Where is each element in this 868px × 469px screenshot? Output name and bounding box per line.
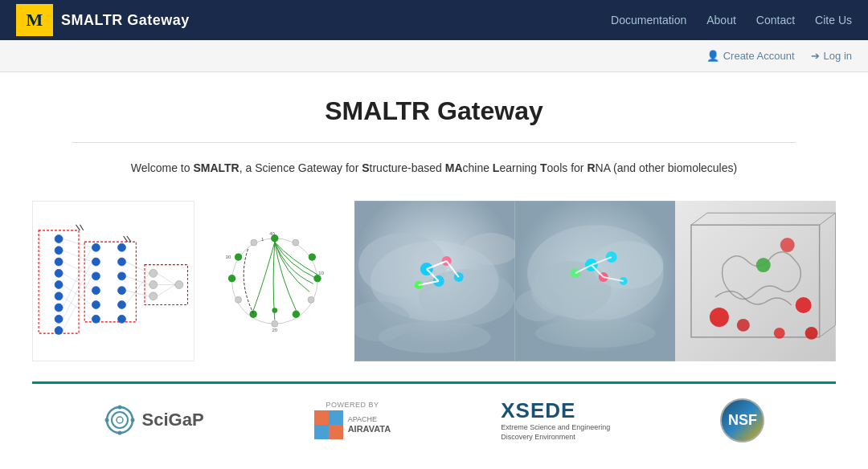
svg-point-60 <box>250 239 256 246</box>
svg-point-122 <box>117 406 121 410</box>
svg-point-13 <box>92 258 100 266</box>
svg-point-15 <box>92 287 100 295</box>
svg-text:40: 40 <box>269 231 275 236</box>
svg-line-36 <box>125 262 149 273</box>
svg-text:10: 10 <box>318 271 324 275</box>
svg-point-93 <box>592 241 664 289</box>
svg-point-112 <box>710 308 729 327</box>
create-account-label: Create Account <box>723 50 795 62</box>
svg-point-66 <box>228 275 235 282</box>
person-icon: 👤 <box>706 50 719 62</box>
svg-line-29 <box>63 296 92 320</box>
main-nav: Documentation About Contact Cite Us <box>611 14 852 27</box>
secondary-navigation: 👤 Create Account ➔ Log in <box>0 40 868 72</box>
svg-point-23 <box>118 316 126 324</box>
svg-point-12 <box>92 244 100 252</box>
airavata-icon <box>314 410 343 439</box>
svg-point-55 <box>271 321 277 328</box>
nav-cite-us[interactable]: Cite Us <box>815 14 852 27</box>
title-divider <box>72 142 796 143</box>
svg-line-24 <box>63 239 92 248</box>
svg-line-30 <box>63 248 92 308</box>
log-in-link[interactable]: ➔ Log in <box>811 50 852 62</box>
svg-point-89 <box>379 321 491 353</box>
svg-point-121 <box>117 417 123 423</box>
svg-point-119 <box>107 407 133 433</box>
svg-point-118 <box>756 258 771 272</box>
svg-line-32 <box>63 276 92 331</box>
svg-point-10 <box>55 316 63 324</box>
svg-point-116 <box>774 328 785 339</box>
signin-icon: ➔ <box>811 50 820 62</box>
svg-point-11 <box>55 327 63 335</box>
logo-area: M SMALTR Gateway <box>16 4 190 36</box>
molecule-image-2 <box>515 201 676 361</box>
nsf-logo: NSF <box>720 398 764 442</box>
svg-point-34 <box>149 281 158 289</box>
svg-point-19 <box>118 258 126 266</box>
svg-point-50 <box>292 239 298 246</box>
svg-point-103 <box>535 319 656 348</box>
svg-line-31 <box>63 262 92 319</box>
svg-point-17 <box>92 316 100 324</box>
svg-point-6 <box>55 270 63 278</box>
svg-point-16 <box>92 301 100 309</box>
svg-point-5 <box>55 258 63 266</box>
scigap-label: SciGaP <box>142 410 204 430</box>
svg-line-26 <box>63 262 92 276</box>
svg-point-113 <box>796 297 812 313</box>
svg-point-14 <box>92 272 100 280</box>
svg-rect-129 <box>314 425 329 439</box>
svg-point-124 <box>104 418 108 422</box>
svg-rect-127 <box>329 425 343 439</box>
svg-text:30: 30 <box>225 255 231 259</box>
svg-line-43 <box>158 285 175 296</box>
svg-point-63 <box>313 275 321 282</box>
svg-line-37 <box>125 276 149 285</box>
svg-point-18 <box>118 244 126 252</box>
apache-label: APACHE <box>348 415 391 424</box>
xsede-subtitle: Extreme Science and EngineeringDiscovery… <box>501 423 610 442</box>
create-account-link[interactable]: 👤 Create Account <box>706 50 795 62</box>
svg-text:1: 1 <box>261 237 264 242</box>
site-title: SMALTR Gateway <box>61 12 190 29</box>
svg-point-104 <box>515 289 563 321</box>
svg-line-45 <box>80 225 83 230</box>
nav-about[interactable]: About <box>706 14 736 27</box>
nav-contact[interactable]: Contact <box>756 14 795 27</box>
svg-line-25 <box>63 251 92 262</box>
svg-point-117 <box>805 327 818 340</box>
scigap-logo: SciGaP <box>104 404 204 436</box>
svg-line-44 <box>76 225 80 230</box>
page-title: SMALTR Gateway <box>32 96 836 126</box>
svg-point-72 <box>272 308 277 314</box>
nav-documentation[interactable]: Documentation <box>611 14 686 27</box>
scigap-icon <box>104 404 136 436</box>
svg-point-4 <box>55 247 63 255</box>
university-logo: M <box>16 4 53 36</box>
svg-point-120 <box>112 412 128 428</box>
xsede-logo: XSEDE Extreme Science and EngineeringDis… <box>501 398 610 442</box>
svg-line-46 <box>124 236 128 242</box>
svg-line-41 <box>158 274 175 285</box>
svg-rect-128 <box>329 410 343 425</box>
airavata-text: APACHE AIRAVATA <box>348 415 391 434</box>
molecule-image-1 <box>354 201 515 361</box>
log-in-label: Log in <box>824 50 852 62</box>
svg-point-114 <box>780 239 795 253</box>
welcome-text: Welcome to SMALTR, a Science Gateway for… <box>32 159 836 177</box>
svg-line-38 <box>125 291 149 296</box>
svg-text:20: 20 <box>272 328 277 333</box>
svg-point-21 <box>118 287 126 295</box>
svg-point-40 <box>175 281 183 289</box>
svg-point-3 <box>55 235 63 243</box>
svg-point-125 <box>130 418 134 422</box>
airavata-label: AIRAVATA <box>348 424 391 434</box>
svg-point-65 <box>249 311 256 318</box>
svg-rect-1 <box>84 242 136 322</box>
banner-images: 10 20 40 30 1 <box>32 201 836 361</box>
svg-point-97 <box>571 268 580 278</box>
svg-point-64 <box>292 311 299 318</box>
svg-point-115 <box>737 319 750 332</box>
svg-point-67 <box>235 254 242 261</box>
